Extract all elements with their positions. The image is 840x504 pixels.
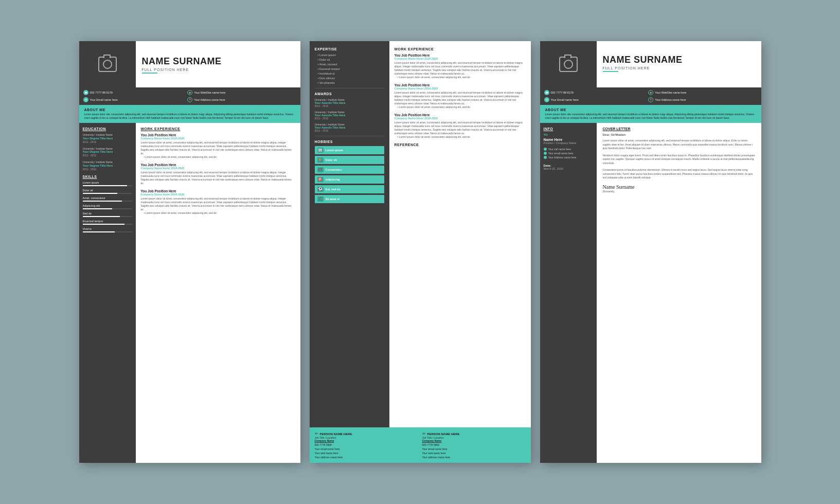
cv-right-col: WORK EXPERIENCE You Job Position Here Co… [389, 41, 531, 427]
hobby-item: 🎮 Consectetur [315, 166, 384, 174]
work-item: You Job Position Here Company Name Here/… [141, 189, 295, 215]
skill-item: Eiusmod tempor [83, 220, 132, 225]
work-bullet: Lorem ipsum dolor sit amet, consectetur … [141, 155, 295, 159]
contact-email: ✉ Your Email name here [83, 97, 186, 102]
cover-left-col: INFO TO Name Here Position / Company Nam… [540, 123, 597, 463]
ref-item-1: ✏ PERSON NAME HERE Job Title / Location … [315, 431, 418, 459]
cover-email-icon: ✉ [544, 97, 549, 102]
hobby-text: Est, sed do [326, 188, 341, 191]
about-section: ABOUT ME Lorem ipsum dolor site consecte… [79, 105, 300, 123]
cover-para-2: Hendrerit dolor magna eget lorem. Proin … [603, 154, 755, 166]
award-item: University / Institute Name Your Awards … [315, 98, 384, 107]
cover-body: INFO TO Name Here Position / Company Nam… [540, 123, 761, 463]
skill-item: Viverra [83, 227, 132, 232]
work-company: Company Name Here/ 2018-2020 [141, 193, 295, 196]
skills-list: Lorem ipsum Dolor sit Amet, consectetur … [83, 181, 132, 232]
ref-company-1: Company Name [315, 439, 418, 442]
about-text: Lorem ipsum dolor site consectetur adipi… [84, 113, 295, 120]
cover-header: NAME SURNAME FULL POSITION HERE [540, 41, 761, 87]
work-item: You Job Position Here Company Name Here/… [141, 133, 295, 159]
reference-section: ✏ PERSON NAME HERE Job Title / Location … [310, 427, 531, 463]
skill-bar-fill [83, 193, 117, 194]
skill-bar-bg [83, 231, 132, 232]
to-position: Position / Company Name [544, 141, 593, 145]
cv-work-title: WORK EXPERIENCE [395, 47, 526, 51]
cv-work-desc: Lorem ipsum dolor sit amet, consectetur … [395, 91, 526, 105]
to-email: Your email name here [544, 152, 593, 155]
education-title: EDUCATION [83, 127, 132, 131]
hobby-text: Consectetur [326, 168, 342, 171]
phone-dot [544, 148, 547, 151]
skill-bar-bg [83, 208, 132, 209]
ref-phone-1: 000 7778 5969 [315, 443, 418, 446]
cv-work-desc: Lorem ipsum dolor sit amet, consectetur … [395, 121, 526, 135]
edu-degree-1: Your Degree Title Here [83, 137, 132, 140]
work-bullet: Lorem ipsum dolor sit amet, consectetur … [141, 211, 295, 215]
cv-work-desc: Lorem ipsum dolor sit amet, consectetur … [395, 61, 526, 76]
work-company: Company Name Here/ 2018-2020 [141, 137, 295, 140]
cover-name-area: NAME SURNAME FULL POSITION HERE [597, 41, 761, 87]
hobbies-title: HOBBIES [315, 140, 384, 143]
hobby-icon: 🏢 [317, 148, 324, 153]
info-title: INFO [544, 127, 593, 131]
hobby-item: 🚴 Dolor sit [315, 156, 384, 164]
work-list: You Job Position Here Company Name Here/… [141, 133, 295, 215]
teal-divider [142, 73, 157, 74]
ref-email-2: Your email name here [422, 447, 526, 451]
cover-contact-bar: ☎ 000 7777 88 8179 ⊕ Your WebSite name h… [540, 87, 761, 105]
expertise-item: Eiusmod tempor [315, 67, 384, 70]
expertise-item: Lorem ipsum [315, 53, 384, 57]
contact-address: 📍 Your Address name here [187, 97, 290, 102]
work-company: Company Name Here/ 2018-2020 [141, 167, 295, 170]
ref-web-1: Your web name here [315, 452, 418, 455]
award-year: 2011 - 2012 [315, 117, 384, 120]
cover-salutation: Dear, Sir/Madam [603, 133, 755, 136]
cover-teal-divider [603, 71, 618, 72]
hobby-text: Dolor sit [326, 158, 337, 161]
cover-contact-phone: ☎ 000 7777 88 8179 [544, 90, 647, 95]
work-item: You Job Position Here Company Name Here/… [141, 163, 295, 185]
cover-position: FULL POSITION HERE [603, 66, 755, 70]
cover-map-icon: 📍 [648, 97, 653, 102]
award-item: University / Institute Name Your Awards … [315, 123, 384, 132]
date-section: Date: March 20, 2030 [544, 164, 593, 170]
globe-icon: ⊕ [187, 90, 192, 95]
resume-name: NAME SURNAME [142, 57, 294, 67]
hobby-item: ⚽ Est, sed do [315, 185, 384, 193]
cv-work-job-title: You Job Position Here [395, 53, 526, 57]
ref-addr-2: Your address name here [422, 456, 526, 459]
work-title: WORK EXPERIENCE [141, 127, 295, 131]
expertise-list: Lorem ipsumDolor sitAmet, consectEiusmod… [315, 53, 384, 84]
contact-website: ⊕ Your WebSite name here [187, 90, 290, 95]
sign-close: Sincerely, [603, 190, 755, 193]
to-phone: Your call name here [544, 148, 593, 151]
cover-right-col: COVER LETTER Dear, Sir/Madam Lorem ipsum… [597, 123, 761, 463]
cv-work-bullet: Lorem ipsum dolor sit amet, consectetur … [395, 105, 526, 109]
email-icon: ✉ [83, 97, 88, 102]
cv-work-bullet: Lorem ipsum dolor sit amet, consectetur … [395, 135, 526, 139]
about-title: ABOUT ME [84, 108, 295, 112]
work-job-title: You Job Position Here [141, 133, 295, 137]
skill-bar-bg [83, 216, 132, 217]
camera-icon [98, 57, 117, 72]
skills-section: SKILLS Lorem ipsum Dolor sit Amet, conse… [83, 175, 132, 232]
edu-degree-2: Your Degree Title Here [83, 150, 132, 154]
skill-bar-bg [83, 224, 132, 225]
work-desc: Lorem ipsum dolor sit amet, consectetur … [141, 141, 295, 155]
resume-position: FULL POSITION HERE [142, 68, 294, 71]
cv-work-job-title: You Job Position Here [395, 83, 526, 87]
hobby-icon: ⚽ [317, 187, 324, 192]
skill-item: Amet, consectetur [83, 196, 132, 202]
map-icon: 📍 [187, 97, 192, 102]
skill-name: Amet, consectetur [83, 196, 132, 200]
award-item: University / Institute Name Your Awards … [315, 111, 384, 120]
cv-work-item: You Job Position Here Company Name Here/… [395, 53, 526, 79]
hobby-item: 🎵 Sit amet sl [315, 195, 384, 203]
work-desc: Lorem ipsum dolor sit amet, consectetur … [141, 197, 295, 211]
skill-name: Eiusmod tempor [83, 220, 132, 223]
expertise-item: Dolor sit [315, 58, 384, 61]
skill-bar-fill [83, 201, 122, 202]
ref-name-2: PERSON NAME HERE [427, 433, 460, 436]
cover-contact-website: ⊕ Your WebSite name here [648, 90, 750, 95]
to-label: TO [544, 133, 593, 136]
